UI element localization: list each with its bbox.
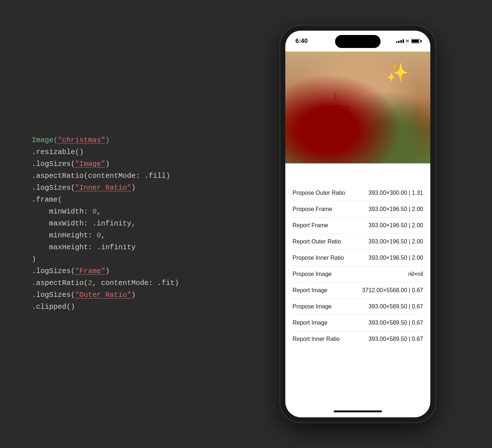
signal-bar-4	[403, 39, 404, 43]
row-label: Propose Inner Ratio	[293, 255, 344, 261]
row-label: Propose Outer Ratio	[293, 190, 345, 196]
wifi-icon: ⌘	[406, 38, 409, 44]
phone-frame: 6:40 ⌘	[280, 26, 435, 422]
table-row: Propose Image393.00×589.50 | 0.67	[293, 299, 423, 315]
row-label: Report Frame	[293, 222, 328, 229]
signal-bar-1	[396, 41, 397, 43]
code-line-4: .aspectRatio(contentMode: .fill)	[14, 172, 170, 180]
row-label: Propose Image	[293, 271, 332, 277]
code-editor-panel: Image("christmas") .resizable() .logSize…	[0, 0, 224, 448]
christmas-image	[285, 52, 430, 163]
home-bar	[334, 410, 382, 412]
table-row: Report Image393.00×589.50 | 0.67	[293, 315, 423, 331]
code-line-13: .aspectRatio(2, contentMode: .fit)	[14, 279, 179, 287]
row-label: Report Inner Ratio	[293, 336, 340, 342]
row-value: 393.00×300.00 | 1.31	[369, 190, 423, 196]
code-line-1: Image("christmas")	[32, 136, 110, 144]
row-label: Report Image	[293, 320, 328, 326]
dynamic-island	[335, 35, 381, 48]
christmas-image-area	[285, 52, 430, 163]
code-line-5: .logSizes("Inner Ratio")	[14, 184, 136, 192]
row-value: 393.00×589.50 | 0.67	[369, 320, 423, 326]
row-value: 393.00×196.50 | 2.00	[369, 238, 423, 245]
battery-icon	[411, 39, 420, 43]
home-indicator	[285, 405, 430, 417]
table-row: Report Image3712.00×5568.00 | 0.67	[293, 282, 423, 299]
code-block: Image("christmas") .resizable() .logSize…	[14, 122, 213, 337]
signal-bar-2	[398, 41, 400, 43]
row-value: 393.00×589.50 | 0.67	[369, 303, 423, 310]
code-line-2: .resizable()	[14, 148, 84, 156]
status-bar: 6:40 ⌘	[285, 31, 430, 52]
code-line-8: maxWidth: .infinity,	[14, 219, 136, 228]
table-row: Propose Imagenil×nil	[293, 266, 423, 282]
row-label: Propose Frame	[293, 206, 332, 212]
table-row: Report Frame393.00×196.50 | 2.00	[293, 218, 423, 234]
code-line-3: .logSizes("Image")	[14, 160, 110, 168]
data-table: Propose Outer Ratio393.00×300.00 | 1.31P…	[285, 185, 430, 405]
table-row: Propose Frame393.00×196.50 | 2.00	[293, 201, 423, 218]
table-row: Propose Inner Ratio393.00×196.50 | 2.00	[293, 250, 423, 266]
row-value: 3712.00×5568.00 | 0.67	[362, 287, 423, 294]
table-row: Propose Outer Ratio393.00×300.00 | 1.31	[293, 185, 423, 201]
code-line-9: minHeight: 0,	[14, 231, 105, 240]
code-line-15: .clipped()	[14, 303, 75, 311]
code-line-10: maxHeight: .infinity	[14, 243, 136, 251]
phone-inner: 6:40 ⌘	[285, 31, 430, 417]
phone-panel: 6:40 ⌘	[224, 0, 492, 448]
row-label: Propose Image	[293, 303, 332, 310]
status-icons: ⌘	[396, 38, 420, 44]
table-row: Report Inner Ratio393.00×589.50 | 0.67	[293, 331, 423, 347]
row-value: 393.00×196.50 | 2.00	[369, 206, 423, 212]
code-line-12: .logSizes("Frame")	[14, 267, 110, 275]
code-line-11: )	[14, 255, 36, 263]
code-line-6: .frame(	[14, 196, 62, 204]
signal-bar-3	[400, 40, 402, 43]
table-row: Report Outer Ratio393.00×196.50 | 2.00	[293, 234, 423, 250]
code-line-14: .logSizes("Outer Ratio")	[14, 291, 136, 299]
white-gap	[285, 163, 430, 185]
signal-dots-icon	[396, 39, 404, 43]
row-value: nil×nil	[408, 271, 423, 277]
row-value: 393.00×196.50 | 2.00	[369, 255, 423, 261]
row-value: 393.00×589.50 | 0.67	[369, 336, 423, 342]
row-label: Report Image	[293, 287, 328, 294]
row-value: 393.00×196.50 | 2.00	[369, 222, 423, 229]
status-time: 6:40	[295, 38, 308, 45]
row-label: Report Outer Ratio	[293, 238, 341, 245]
code-line-7: minWidth: 0,	[14, 207, 101, 216]
